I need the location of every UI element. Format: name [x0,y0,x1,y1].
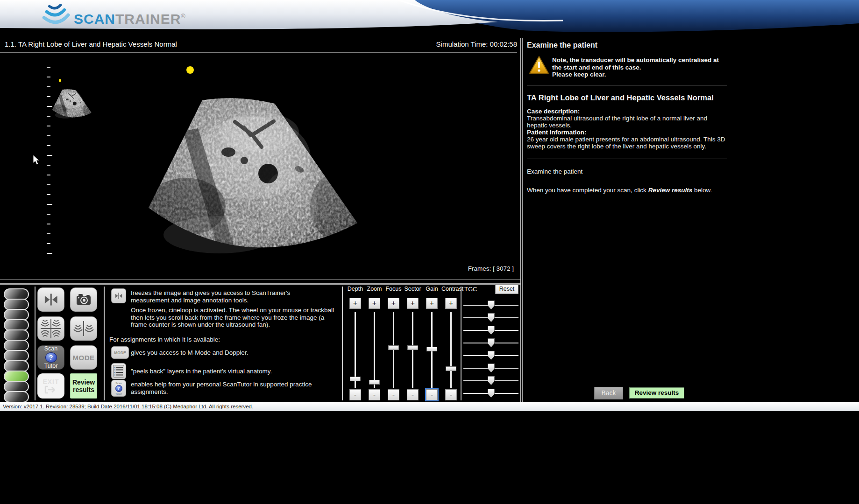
ruler-tick-0 [47,67,50,68]
ruler-tick-12 [47,184,50,185]
mode-button[interactable]: MODE [70,345,97,370]
slider-decrease-sector[interactable]: - [407,389,419,400]
slider-track-zoom[interactable] [374,312,375,388]
ruler-tick-6 [47,126,50,126]
slider-thumb-zoom[interactable] [369,380,380,385]
tutor-help-text: enables help from your personal ScanTuto… [131,381,343,395]
warning-line-1: Note, the transducer will be automatical… [552,56,728,71]
slider-decrease-focus[interactable]: - [388,389,399,400]
tgc-oval-stack [4,288,29,401]
tgc-oval-10[interactable] [4,391,29,403]
slider-increase-focus[interactable]: + [388,298,399,309]
slider-column-depth: Depth+- [346,286,365,402]
back-button[interactable]: Back [594,387,623,399]
freeze-help-text: freezes the image and gives you access t… [131,289,318,304]
tgc-thumb-3[interactable] [488,338,495,347]
slider-thumb-focus[interactable] [388,345,399,350]
slider-increase-contrast[interactable]: + [445,298,457,309]
ruler-tick-18 [47,243,50,244]
mode-help-icon: MODE [111,346,129,359]
slider-track-gain[interactable] [431,312,433,388]
ruler-tick-5 [47,116,50,117]
ruler-tick-9 [47,155,52,156]
patient-information-label: Patient information: [527,129,728,136]
ruler-tick-3 [47,96,50,97]
slider-label-contrast: Contrast [441,286,461,294]
slider-column-contrast: Contrast+- [441,286,461,402]
tgc-sliders [463,299,518,399]
freeze-button[interactable] [37,287,64,312]
instruction-text: Examine the patient [527,168,728,175]
slider-track-focus[interactable] [393,312,394,388]
ruler-tick-4 [47,106,52,107]
scan-tutor-button[interactable]: Scan ? Tutor [37,345,64,370]
scan-tutor-help-icon: Scan ? Tutor [111,380,126,397]
simulation-time: Simulation Time: 00:02:58 [0,40,517,48]
exit-arrow-icon [44,385,57,394]
slider-increase-depth[interactable]: + [349,298,361,309]
tgc-thumb-4[interactable] [488,351,495,360]
control-panel-top-border [0,283,521,285]
mouse-cursor-icon [33,155,39,165]
slider-increase-gain[interactable]: + [426,298,438,309]
panel-review-results-button[interactable]: Review results [629,387,684,399]
snapshot-button[interactable] [70,287,97,312]
assignments-intro-text: For assignments in which it is available… [109,336,317,343]
exit-button[interactable]: EXIT [37,373,64,399]
slider-track-depth[interactable] [355,312,356,388]
logo-trainer-text: TRAINER [115,11,181,27]
ruler-tick-1 [47,77,50,77]
slider-decrease-zoom[interactable]: - [369,389,380,400]
slider-decrease-depth[interactable]: - [349,389,361,400]
completion-hint: When you have completed your scan, click… [527,187,728,194]
slider-thumb-depth[interactable] [350,377,361,381]
question-icon: ? [45,352,57,363]
slider-decrease-contrast[interactable]: - [445,389,457,400]
scan-tutor-label-top: Scan [44,346,58,352]
frames-counter: Frames: [ 3072 ] [468,265,514,272]
slider-increase-zoom[interactable]: + [369,298,380,309]
exit-button-label: EXIT [43,378,59,385]
tgc-thumb-0[interactable] [488,301,495,309]
warning-line-2: Please keep clear. [552,71,728,78]
slider-track-sector[interactable] [412,312,413,388]
ruler-tick-11 [47,175,50,175]
review-results-button-label: Review results [71,378,97,393]
right-panel-divider-2 [527,159,727,159]
slider-column-gain: Gain+- [422,286,441,402]
tgc-reset-button[interactable]: Reset [495,284,518,294]
tgc-thumb-2[interactable] [488,326,495,335]
image-sliders: Depth+-Zoom+-Focus+-Sector+-Gain+-Contra… [346,286,461,402]
freeze-help-icon [111,288,126,303]
tgc-row-7 [463,387,518,399]
completion-post: below. [692,187,712,194]
tgc-thumb-5[interactable] [488,364,495,372]
freeze-icon [43,293,59,307]
dual-view-button[interactable] [70,316,97,341]
right-panel-heading: Examine the patient [527,41,728,49]
tgc-thumb-1[interactable] [488,313,495,322]
tgc-thumb-7[interactable] [488,389,495,398]
slider-thumb-gain[interactable] [426,347,437,351]
probe-position-dot[interactable] [186,66,194,74]
right-panel-divider-1 [527,85,727,85]
slider-label-depth: Depth [346,286,365,294]
tgc-row-3 [463,336,518,349]
warning-icon [529,56,549,77]
tgc-row-6 [463,374,518,387]
slider-decrease-gain[interactable]: - [426,389,438,400]
viewport-bottom-border [0,279,521,280]
slider-track-contrast[interactable] [450,312,452,388]
slider-thumb-sector[interactable] [407,345,418,350]
review-results-button[interactable]: Review results [70,373,97,399]
slider-column-zoom: Zoom+- [365,286,384,402]
quad-view-button[interactable] [37,316,64,341]
slider-increase-sector[interactable]: + [407,298,419,309]
tgc-row-4 [463,349,518,362]
mode-help-icon-label: MODE [114,350,126,355]
tgc-thumb-6[interactable] [488,376,495,385]
case-description-label: Case description: [527,108,728,115]
slider-thumb-contrast[interactable] [446,366,456,371]
ruler-tick-13 [47,194,50,195]
ultrasound-viewport[interactable]: Frames: [ 3072 ] [0,53,521,279]
